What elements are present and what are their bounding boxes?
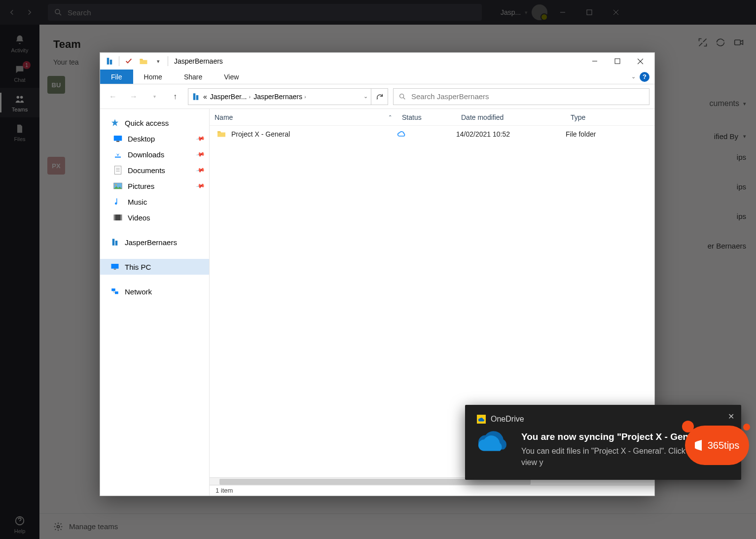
onedrive-cloud-icon — [477, 431, 511, 456]
explorer-status-bar: 1 item — [210, 485, 654, 496]
svg-rect-23 — [115, 241, 118, 246]
computer-icon — [110, 262, 120, 272]
column-name[interactable]: Name⌃ — [210, 113, 397, 121]
svg-rect-11 — [196, 95, 199, 100]
svg-rect-16 — [114, 166, 121, 175]
explorer-address-bar: ← → ▾ ↑ « JasperBer... › JasperBernaers … — [100, 84, 654, 109]
download-icon — [113, 149, 123, 159]
explorer-maximize-button[interactable] — [606, 53, 629, 70]
tips-bubble[interactable]: 365tips — [685, 426, 749, 465]
ribbon-collapse-button[interactable]: ⌄ — [631, 73, 636, 80]
toast-app-name: OneDrive — [491, 415, 524, 424]
svg-rect-25 — [114, 269, 116, 270]
explorer-breadcrumb[interactable]: « JasperBer... › JasperBernaers › ⌄ — [188, 88, 371, 105]
sort-indicator-icon: ⌃ — [388, 114, 392, 120]
explorer-forward-button[interactable]: → — [126, 89, 142, 105]
column-status[interactable]: Status — [397, 113, 456, 121]
desktop-icon — [113, 134, 123, 144]
svg-rect-10 — [193, 93, 196, 100]
office-icon — [695, 440, 705, 451]
explorer-up-button[interactable]: ↑ — [167, 89, 183, 105]
pin-icon: 📌 — [195, 134, 205, 144]
videos-icon — [113, 213, 123, 222]
explorer-close-button[interactable] — [629, 53, 651, 70]
building-icon — [110, 237, 120, 247]
toast-close-button[interactable]: ✕ — [728, 412, 734, 421]
network-icon — [110, 287, 120, 296]
pictures-icon — [113, 181, 123, 191]
nav-this-pc[interactable]: This PC — [100, 259, 209, 275]
svg-rect-21 — [120, 215, 122, 220]
nav-downloads[interactable]: Downloads📌 — [100, 146, 209, 162]
svg-rect-9 — [615, 59, 620, 64]
search-icon — [398, 93, 406, 101]
svg-rect-27 — [115, 291, 118, 294]
svg-rect-8 — [110, 60, 112, 65]
explorer-nav-pane: Quick access Desktop📌 Downloads📌 Documen… — [100, 109, 210, 496]
explorer-ribbon: File Home Share View ⌄ ? — [100, 70, 654, 84]
svg-rect-15 — [115, 157, 121, 158]
building-icon — [191, 92, 200, 101]
explorer-recent-dropdown[interactable]: ▾ — [146, 89, 162, 105]
ribbon-tab-view[interactable]: View — [213, 70, 250, 84]
explorer-minimize-button[interactable] — [583, 53, 606, 70]
onedrive-small-icon — [477, 415, 486, 424]
svg-rect-26 — [111, 288, 115, 291]
properties-button[interactable] — [122, 55, 135, 68]
explorer-titlebar[interactable]: ▾ JasperBernaers — [100, 53, 654, 70]
breadcrumb-history-dropdown[interactable]: ⌄ — [363, 93, 368, 100]
building-icon — [103, 55, 116, 68]
music-icon — [113, 197, 123, 207]
svg-rect-13 — [114, 136, 122, 141]
nav-documents[interactable]: Documents📌 — [100, 162, 209, 178]
svg-rect-24 — [111, 264, 119, 269]
column-type[interactable]: Type — [566, 113, 654, 121]
ribbon-tab-file[interactable]: File — [100, 70, 133, 84]
explorer-back-button[interactable]: ← — [105, 89, 121, 105]
pin-icon: 📌 — [195, 181, 205, 191]
star-icon — [110, 118, 120, 128]
nav-network[interactable]: Network — [100, 284, 209, 299]
nav-desktop[interactable]: Desktop📌 — [100, 131, 209, 146]
nav-videos[interactable]: Videos — [100, 210, 209, 225]
svg-point-18 — [115, 184, 117, 185]
svg-rect-7 — [107, 58, 109, 65]
svg-rect-22 — [112, 239, 115, 246]
pin-icon: 📌 — [195, 165, 205, 175]
nav-jasper-sharepoint[interactable]: JasperBernaers — [100, 234, 209, 250]
column-date[interactable]: Date modified — [456, 113, 566, 121]
folder-icon — [137, 55, 150, 68]
ribbon-tab-home[interactable]: Home — [133, 70, 173, 84]
list-header: Name⌃ Status Date modified Type — [210, 109, 654, 126]
table-row[interactable]: Project X - General 14/02/2021 10:52 Fil… — [210, 126, 654, 143]
svg-rect-14 — [116, 141, 119, 142]
nav-pictures[interactable]: Pictures📌 — [100, 178, 209, 194]
nav-music[interactable]: Music — [100, 194, 209, 210]
qat-dropdown[interactable]: ▾ — [152, 55, 165, 68]
svg-point-12 — [400, 94, 404, 98]
breadcrumb-segment[interactable]: JasperBer... › — [210, 93, 251, 101]
documents-icon — [113, 165, 123, 175]
explorer-window-title: JasperBernaers — [174, 57, 581, 65]
pin-icon: 📌 — [195, 149, 205, 159]
ribbon-tab-share[interactable]: Share — [173, 70, 213, 84]
help-button[interactable]: ? — [640, 72, 649, 82]
folder-icon — [216, 130, 226, 139]
breadcrumb-segment[interactable]: JasperBernaers › — [253, 93, 306, 101]
cloud-status-icon — [397, 130, 456, 139]
explorer-search-input[interactable]: Search JasperBernaers — [393, 88, 649, 105]
nav-quick-access[interactable]: Quick access — [100, 115, 209, 131]
explorer-refresh-button[interactable] — [371, 88, 388, 105]
svg-rect-20 — [114, 215, 115, 220]
